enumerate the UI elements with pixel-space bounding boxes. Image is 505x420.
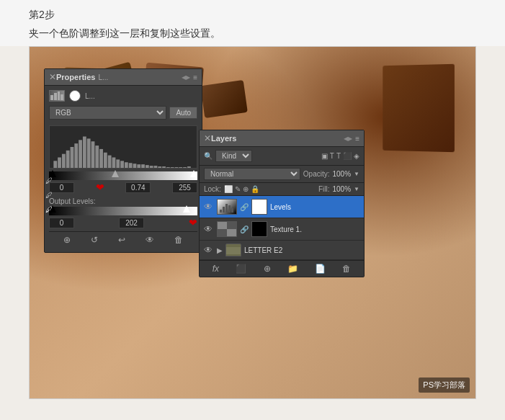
output-white-slider[interactable]: [183, 205, 190, 213]
layer-adjustment-button[interactable]: ⊕: [264, 264, 271, 274]
step-label: 第2步: [29, 9, 476, 22]
layer-visibility-letter[interactable]: 👁: [204, 245, 214, 255]
input-levels-slider[interactable]: [49, 171, 197, 180]
white-eyedropper[interactable]: 🖊: [45, 205, 57, 217]
prev-icon[interactable]: ↩: [118, 235, 125, 245]
visibility-icon[interactable]: 👁: [146, 235, 154, 245]
properties-title: Properties: [56, 73, 95, 81]
svg-rect-30: [179, 167, 182, 168]
gray-eyedropper[interactable]: 🖊: [45, 191, 57, 202]
layer-row-letter[interactable]: 👁 ▶ LETTER E2: [200, 241, 364, 260]
auto-button[interactable]: Auto: [169, 107, 197, 119]
blend-mode-select[interactable]: Normal: [204, 168, 300, 180]
svg-rect-14: [112, 158, 116, 169]
prop-layer-label: L...: [85, 92, 95, 100]
svg-rect-15: [116, 159, 120, 168]
levels-layer-mask: [251, 199, 267, 215]
eyedropper-tools: 🖊 🖊 🖊: [45, 177, 57, 217]
svg-rect-32: [187, 166, 191, 168]
layers-close-btn[interactable]: ✕: [204, 133, 211, 143]
prop-top-row: L...: [49, 90, 197, 102]
properties-close-btn[interactable]: ✕: [49, 72, 56, 82]
svg-rect-37: [231, 208, 233, 213]
properties-scroll-down[interactable]: ▶: [186, 74, 190, 81]
folder-arrow[interactable]: ▶: [217, 246, 223, 254]
layers-kind-select[interactable]: Kind: [215, 150, 252, 162]
svg-rect-34: [223, 207, 225, 213]
clip-icon[interactable]: ⊕: [63, 235, 71, 245]
choc-piece-3: [200, 80, 248, 118]
opacity-arrow[interactable]: ▼: [354, 171, 359, 177]
filter-type-icon[interactable]: T: [336, 152, 341, 160]
lock-position-icon[interactable]: ✎: [235, 185, 241, 193]
levels-thumb-svg: [220, 201, 234, 213]
layer-visibility-texture[interactable]: 👁: [204, 224, 214, 234]
opacity-value[interactable]: 100%: [333, 170, 352, 178]
layers-scroll-right[interactable]: ▶: [348, 135, 352, 142]
layer-row-levels[interactable]: 👁 🔗 Levels: [200, 196, 364, 218]
layers-menu-icon[interactable]: ≡: [355, 135, 359, 143]
layers-search-row: 🔍 Kind ▣ T T ⬛ ◈: [200, 147, 364, 166]
white-point-slider[interactable]: [190, 170, 197, 177]
layer-delete-button[interactable]: 🗑: [342, 264, 351, 274]
properties-menu-icon[interactable]: ≡: [193, 73, 197, 81]
svg-rect-11: [99, 149, 103, 168]
layer-visibility-levels[interactable]: 👁: [204, 202, 214, 212]
output-values-row: ❤: [49, 217, 197, 228]
layers-lock-row: Lock: ⬜ ✎ ⊕ 🔒 Fill: 100% ▼: [200, 183, 364, 196]
output-levels-slider[interactable]: [49, 207, 197, 215]
output-min-field[interactable]: [49, 218, 74, 228]
svg-rect-23: [150, 166, 153, 168]
mask-circle-icon: [69, 90, 81, 102]
letter-t-bg: [383, 64, 455, 153]
ps-watermark: PS学习部落: [419, 377, 470, 393]
input-values-row: ❤: [49, 182, 197, 193]
properties-panel-header: ✕ Properties L... ◀ ▶ ≡: [45, 69, 202, 86]
lock-all-icon[interactable]: 🔒: [251, 185, 259, 193]
top-text-area: 第2步 夹一个色阶调整到这一层和复制这些设置。: [0, 0, 505, 46]
svg-rect-7: [83, 137, 86, 169]
filter-adjustment-icon[interactable]: T: [330, 152, 334, 160]
histogram-svg: [50, 126, 197, 168]
page-container: 第2步 夹一个色阶调整到这一层和复制这些设置。 ✕ Properties L..…: [0, 0, 505, 420]
lock-label: Lock:: [204, 185, 221, 193]
fill-arrow[interactable]: ▼: [354, 186, 359, 192]
output-max-field[interactable]: [119, 218, 144, 228]
input-mid-field[interactable]: [125, 182, 151, 193]
black-eyedropper[interactable]: 🖊: [45, 177, 57, 188]
layers-bottom-toolbar: fx ⬛ ⊕ 📁 📄 🗑: [200, 260, 364, 277]
histogram-area: [49, 125, 197, 169]
delete-icon[interactable]: 🗑: [174, 235, 183, 245]
input-max-field[interactable]: [172, 182, 197, 193]
svg-rect-17: [125, 162, 128, 168]
svg-rect-10: [95, 146, 99, 168]
filter-shape-icon[interactable]: ⬛: [343, 152, 352, 160]
layer-row-texture[interactable]: 👁 🔗 Texture 1.: [200, 218, 364, 241]
levels-link-icon: 🔗: [240, 203, 249, 211]
svg-rect-2: [62, 154, 66, 168]
layers-blend-row: Normal Opacity: 100% ▼: [200, 166, 364, 183]
lock-pixels-icon[interactable]: ⬜: [224, 185, 233, 193]
properties-panel: ✕ Properties L... ◀ ▶ ≡ L...: [44, 68, 202, 253]
channel-row: RGB Auto: [49, 106, 197, 120]
reset-icon[interactable]: ↺: [91, 235, 98, 245]
svg-rect-31: [183, 167, 187, 168]
texture-layer-mask: [251, 221, 267, 237]
svg-rect-29: [175, 167, 179, 168]
filter-pixel-icon[interactable]: ▣: [321, 152, 328, 160]
layer-group-button[interactable]: 📁: [287, 264, 298, 274]
layer-fx-button[interactable]: fx: [213, 264, 219, 274]
svg-rect-21: [141, 164, 145, 168]
opacity-label: Opacity:: [303, 170, 330, 178]
properties-content: L... RGB Auto: [45, 86, 202, 252]
lock-artboard-icon[interactable]: ⊕: [243, 185, 249, 193]
fill-value[interactable]: 100%: [333, 185, 352, 193]
layer-mask-button[interactable]: ⬛: [236, 264, 246, 274]
filter-smart-icon[interactable]: ◈: [354, 152, 359, 160]
channel-select[interactable]: RGB: [49, 106, 166, 120]
layer-new-button[interactable]: 📄: [315, 264, 326, 274]
layer-filter-icons: ▣ T T ⬛ ◈: [321, 152, 359, 160]
svg-rect-0: [53, 161, 57, 168]
mid-point-slider[interactable]: [112, 170, 119, 177]
svg-rect-28: [171, 167, 174, 168]
